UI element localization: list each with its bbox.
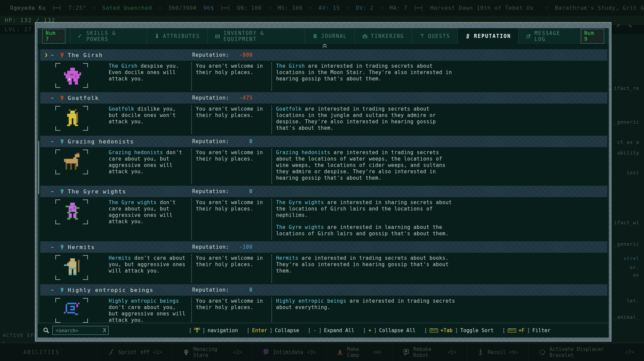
bg-text-fragment: let. — [627, 298, 639, 303]
ability-name: Sprint — [118, 349, 137, 355]
faction-row-hermits[interactable]: − HermitsReputation:-100 — [40, 241, 607, 253]
player-name: Ogeyeda Ku — [10, 5, 46, 11]
location: Barathrum's Study, Grit Gate — [555, 5, 644, 11]
entropic-sprite — [61, 301, 82, 319]
ability-activate-displacer-bracelet[interactable]: Activate Displacer Bracelet<7> — [528, 343, 644, 361]
girsh-sprite — [61, 66, 82, 84]
tab-label: SKILLS & POWERS — [86, 30, 139, 42]
scroll-icon — [465, 34, 471, 39]
ability-intimidate[interactable]: Intimidate<3> — [252, 343, 326, 361]
tab-label: ATTRIBUTES — [163, 33, 200, 39]
sword-icon — [78, 34, 83, 39]
faction-row-the-gyre-wights[interactable]: − The Gyre wightsReputation:0 — [40, 186, 607, 197]
ability-name: Menacing Stare — [193, 346, 229, 358]
stat-dv: DV: 2 — [356, 5, 374, 11]
reputation-label: Reputation: — [192, 188, 229, 194]
bg-text-fragment: ifact_wi — [614, 220, 639, 225]
stat-ma: MA: 7 — [390, 5, 408, 11]
hint-label: navigation — [208, 327, 238, 334]
faction-portrait — [55, 149, 88, 174]
search-input[interactable] — [55, 327, 102, 334]
tab-journal[interactable]: JOURNAL — [305, 28, 354, 44]
faction-name: The Gyre wights — [68, 188, 126, 195]
scrollbar-thumb[interactable] — [38, 141, 39, 194]
interest-paragraph: Goatfolk are interested in trading secre… — [276, 106, 457, 131]
faction-list: ❯− The GirshReputation:-800The Girsh des… — [38, 44, 609, 323]
tab-quests[interactable]: QUESTS — [412, 28, 458, 44]
toolbox-icon — [362, 34, 368, 39]
column-divider — [268, 298, 276, 323]
faction-name: Hermits — [68, 244, 95, 250]
stat-av: AV: 15 — [319, 5, 340, 11]
ability-make-camp[interactable]: Make Camp<4> — [326, 343, 392, 361]
bg-text-fragment: strel — [624, 256, 639, 261]
ability-name: Recoil — [488, 349, 506, 355]
hint-label: Toggle Sort — [460, 327, 493, 334]
hint-navigation: []navigation — [189, 327, 238, 334]
tab-skills-powers[interactable]: SKILLS & POWERS — [70, 28, 146, 44]
hedonist-sprite — [61, 153, 82, 171]
column-divider — [268, 199, 276, 237]
hint-label: Filter — [532, 327, 550, 334]
search-box[interactable]: X — [52, 326, 109, 335]
collapse-toggle[interactable]: − — [48, 95, 57, 101]
person-icon — [154, 34, 160, 39]
column-divider — [268, 149, 276, 181]
faction-row-grazing-hedonists[interactable]: − Grazing hedonistsReputation:0 — [40, 136, 607, 147]
collapse-toggle[interactable]: − — [48, 138, 57, 145]
faction-detail-highly-entropic-beings: Highly entropic beings don't care about … — [40, 296, 607, 323]
collapse-toggle[interactable]: − — [48, 188, 57, 195]
faction-detail-the-gyre-wights: The Gyre wights don't care about you, bu… — [40, 197, 607, 241]
faction-portrait — [55, 106, 88, 131]
collapse-toggle[interactable]: − — [48, 244, 57, 250]
faction-interests: Highly entropic beings are interested in… — [276, 298, 457, 323]
ability-hotkey: <4> — [373, 349, 382, 355]
column-divider — [188, 255, 196, 280]
ability-rebuke-robot[interactable]: Rebuke Robot<5> — [392, 343, 467, 361]
faction-tree-icon — [57, 138, 67, 144]
reputation-label: Reputation: — [192, 95, 229, 101]
hint-label: Expand All — [324, 327, 354, 334]
rebuke-robot-icon — [402, 349, 410, 356]
make-camp-icon — [336, 349, 344, 356]
interest-paragraph: The Girsh are interested in trading secr… — [276, 63, 457, 82]
stat-qn: QN: 100 — [237, 5, 262, 11]
clear-search-button[interactable]: X — [103, 327, 106, 334]
tab-attributes[interactable]: ATTRIBUTES — [147, 28, 207, 44]
reputation-value: 0 — [229, 138, 253, 144]
faction-interests: Grazing hedonists are interested in trad… — [276, 149, 457, 181]
faction-row-goatfolk[interactable]: − GoatfolkReputation:-475 — [40, 92, 607, 104]
hermit-sprite — [61, 258, 82, 277]
tab-reputation[interactable]: REPUTATION — [458, 28, 518, 44]
column-divider — [188, 149, 196, 181]
ability-hotkey: <7> — [625, 349, 634, 355]
ctrl-key-icon: Ctrl — [430, 328, 438, 333]
ability-sprint[interactable]: Sprintoff<1> — [97, 343, 172, 361]
ability-hotkey: <6> — [509, 349, 518, 355]
ability-hotkey: <1> — [153, 349, 162, 355]
ability-menacing-stare[interactable]: Menacing Stare<2> — [172, 343, 252, 361]
faction-row-the-girsh[interactable]: ❯− The GirshReputation:-800 — [40, 49, 607, 61]
bg-text-fragment: _generic — [614, 241, 639, 247]
ability-name: Make Camp — [347, 346, 370, 358]
column-divider — [188, 199, 196, 237]
collapse-toggle[interactable]: − — [48, 287, 57, 293]
ability-bar: ABILITIES Sprintoff<1>Menacing Stare<2>I… — [0, 343, 644, 361]
bg-text-fragment: ifact_re — [614, 85, 639, 91]
faction-feelings: Highly entropic beings don't care about … — [109, 298, 188, 323]
ability-recoil[interactable]: Recoil<6> — [467, 343, 528, 361]
tab-message-log[interactable]: MESSAGE LOG — [518, 28, 581, 44]
collapse-toggle[interactable]: − — [48, 52, 57, 58]
ability-hotkey: <3> — [307, 349, 316, 355]
faction-feelings: Hermits don't care about you, but aggres… — [109, 255, 188, 280]
displacer-bracelet-icon — [539, 349, 546, 356]
faction-interests: The Gyre wights are interested in sharin… — [276, 199, 457, 237]
tab-inventory-equipment[interactable]: INVENTORY & EQUIPMENT — [207, 28, 305, 44]
reputation-label: Reputation: — [192, 138, 229, 144]
status-bar: Ogeyeda Ku ┝━┥ T:25° ∷ Sated Quenched ∷ … — [0, 0, 644, 16]
faction-row-highly-entropic-beings[interactable]: − Highly entropic beingsReputation:0 — [40, 284, 607, 296]
column-divider — [268, 255, 276, 280]
tab-tinkering[interactable]: TINKERING — [355, 28, 412, 44]
tab-label: TINKERING — [371, 33, 404, 39]
search-icon — [43, 327, 50, 334]
